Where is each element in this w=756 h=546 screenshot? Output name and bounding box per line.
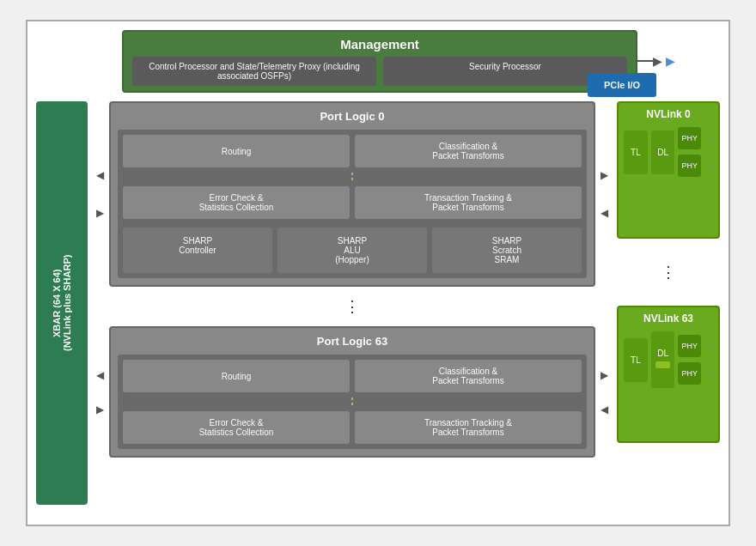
port63-row2: Error Check & Statistics Collection Tran… [123, 411, 582, 444]
port-logic-63-inner: Routing Classification & Packet Transfor… [118, 355, 587, 449]
nvlink-63-tl: TL [624, 338, 648, 382]
port63-routing: Routing [123, 360, 350, 392]
port-logic-63-title: Port Logic 63 [118, 335, 587, 348]
pcie-connector: ▶ PCIe I/O ▶ [637, 54, 675, 68]
nvlink-63-arrow-bottom: → [704, 368, 713, 379]
nvlink-63-dl-label: DL [655, 349, 671, 358]
nvlink-63-dl: DL [651, 331, 675, 388]
nvlink-0-arrow-bottom: → [704, 161, 713, 171]
nvlink-63-arrow-top: → [704, 341, 713, 351]
nvlink-0-arrow-top: → [704, 133, 713, 143]
main-body: XBAR (64 X 64) (NVLink plus SHARP) ◀ ▶ P… [36, 101, 720, 505]
port63-transaction: Transaction Tracking & Packet Transforms [355, 411, 582, 444]
dots-middle: ⋮ [96, 294, 608, 319]
nvlink-0-phy-top-row: PHY → [678, 127, 713, 149]
nvlink-63-inner: TL DL PHY → PHY → [624, 331, 713, 388]
port63-row1: Routing Classification & Packet Transfor… [123, 360, 582, 392]
nvlink-63-phy-bottom: PHY [678, 362, 701, 385]
nvlink-0-inner: TL DL PHY → PHY → [624, 127, 713, 177]
nvlink-0-phy-bottom: PHY [678, 155, 701, 177]
port63-classification: Classification & Packet Transforms [355, 360, 582, 392]
port0-row: ◀ ▶ Port Logic 0 Routing Classification … [96, 101, 608, 287]
management-sub: Control Processor and State/Telemetry Pr… [132, 57, 627, 86]
nvlink-0-tl: TL [624, 130, 648, 174]
nvlink-63-dl-green [655, 361, 671, 368]
right-arrows-63: ▶ ◀ [601, 369, 608, 416]
nvlink-63-phy-top-row: PHY → [678, 335, 713, 357]
left-arrows-0: ◀ ▶ [96, 169, 104, 219]
nvlink-0-dl: DL [651, 130, 675, 174]
port0-transaction: Transaction Tracking & Packet Transforms [355, 186, 582, 219]
right-arrows-0: ▶ ◀ [601, 169, 608, 219]
management-block: Management Control Processor and State/T… [122, 30, 637, 93]
port63-error-check: Error Check & Statistics Collection [123, 411, 350, 444]
xbar-block: XBAR (64 X 64) (NVLink plus SHARP) [36, 101, 88, 505]
port0-error-check: Error Check & Statistics Collection [123, 186, 350, 219]
dashed-connector-63 [123, 397, 582, 406]
nvlink-0-phy-top: PHY [678, 127, 701, 149]
port-logic-0-inner: Routing Classification & Packet Transfor… [118, 130, 587, 278]
mgmt-control-processor: Control Processor and State/Telemetry Pr… [132, 57, 376, 86]
xbar-label: XBAR (64 X 64) (NVLink plus SHARP) [52, 255, 72, 351]
sharp-alu: SHARP ALU (Hopper) [277, 228, 427, 273]
nvlink-0-block: NVLink 0 TL DL PHY → PHY → [617, 101, 720, 239]
nvlink-63-phy-bottom-row: PHY → [678, 362, 713, 385]
diagram-container: Management Control Processor and State/T… [26, 20, 730, 526]
nvlink-0-title: NVLink 0 [624, 108, 713, 120]
port0-row1: Routing Classification & Packet Transfor… [123, 135, 582, 167]
nvlink-0-phy-bottom-row: PHY → [678, 155, 713, 177]
port-logic-63-block: Port Logic 63 Routing Classification & P… [109, 326, 595, 458]
nvlink-col: NVLink 0 TL DL PHY → PHY → [617, 101, 720, 505]
pcie-box: PCIe I/O [588, 73, 656, 97]
nvlink-63-phy-col: PHY → PHY → [678, 335, 713, 385]
nvlink-dots: ⋮ [617, 246, 720, 299]
dashed-connector-0 [123, 173, 582, 181]
sharp-row-0: SHARP Controller SHARP ALU (Hopper) SHAR… [123, 228, 582, 273]
management-title: Management [132, 37, 627, 52]
sharp-sram: SHARP Scratch SRAM [432, 228, 582, 273]
port-logic-0-title: Port Logic 0 [118, 110, 587, 123]
center-col: ◀ ▶ Port Logic 0 Routing Classification … [96, 101, 608, 505]
nvlink-63-phy-top: PHY [678, 335, 701, 357]
nvlink-63-block: NVLink 63 TL DL PHY → PHY → [617, 306, 720, 443]
left-arrows-63: ◀ ▶ [96, 369, 104, 416]
port-logic-0-block: Port Logic 0 Routing Classification & Pa… [109, 101, 595, 287]
port63-row: ◀ ▶ Port Logic 63 Routing Classification… [96, 326, 608, 458]
nvlink-63-title: NVLink 63 [624, 312, 713, 325]
sharp-controller: SHARP Controller [123, 228, 272, 273]
port0-routing: Routing [123, 135, 350, 167]
nvlink-0-phy-col: PHY → PHY → [678, 127, 713, 177]
port0-row2: Error Check & Statistics Collection Tran… [123, 186, 582, 219]
port0-classification: Classification & Packet Transforms [355, 135, 582, 167]
